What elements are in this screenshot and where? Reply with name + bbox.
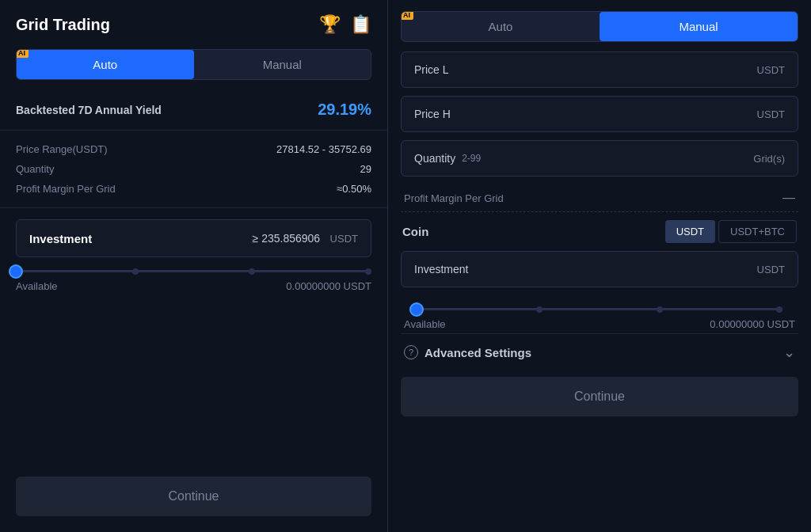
investment-value: ≥ 235.856906 [253, 232, 321, 245]
stat-row-profit: Profit Margin Per Grid ≈0.50% [16, 183, 371, 195]
right-panel: AI Auto Manual Price L USDT Price H USDT… [388, 0, 811, 532]
right-slider-dot-3 [657, 306, 663, 313]
stat-value-quantity: 29 [360, 163, 371, 175]
quantity-label: Quantity [414, 152, 455, 165]
advanced-help-icon[interactable]: ? [404, 345, 418, 359]
right-available-value: 0.00000000 USDT [710, 318, 795, 330]
slider-dot-3 [249, 268, 255, 275]
stat-row-quantity: Quantity 29 [16, 163, 371, 175]
price-h-unit: USDT [757, 108, 785, 120]
left-continue-button[interactable]: Continue [16, 477, 371, 516]
quantity-unit: Grid(s) [753, 153, 785, 165]
right-slider-dot-4 [776, 306, 782, 313]
left-panel: Grid Trading 🏆 📋 AI Auto Manual Backtest… [0, 0, 388, 532]
coin-row: Coin USDT USDT+BTC [401, 220, 798, 243]
right-available-row: Available 0.00000000 USDT [401, 314, 798, 330]
right-slider-dot-2 [536, 306, 543, 313]
stat-value-price: 27814.52 - 35752.69 [276, 143, 371, 155]
ai-badge-right: AI [401, 11, 413, 20]
stat-label-price: Price Range(USDT) [16, 143, 108, 155]
slider-track [16, 270, 371, 272]
chevron-down-icon: ⌄ [783, 344, 795, 361]
stat-row-price: Price Range(USDT) 27814.52 - 35752.69 [16, 143, 371, 155]
right-tab-switcher: AI Auto Manual [401, 11, 798, 42]
left-available-row: Available 0.00000000 USDT [0, 276, 387, 292]
stat-label-quantity: Quantity [16, 163, 54, 175]
trophy-icon[interactable]: 🏆 [319, 14, 341, 35]
yield-label: Backtested 7D Annual Yield [16, 104, 162, 116]
investment-currency: USDT [330, 233, 358, 245]
panel-title: Grid Trading [16, 16, 110, 34]
coin-options: USDT USDT+BTC [665, 220, 797, 243]
price-l-unit: USDT [757, 64, 785, 76]
right-investment-label: Investment [414, 263, 468, 276]
stats-section: Price Range(USDT) 27814.52 - 35752.69 Qu… [0, 131, 387, 208]
slider-dot-4 [365, 268, 371, 275]
price-l-field[interactable]: Price L USDT [401, 51, 798, 88]
left-slider[interactable] [16, 270, 371, 272]
quantity-field[interactable]: Quantity 2-99 Grid(s) [401, 140, 798, 177]
coin-label: Coin [402, 225, 428, 238]
price-h-label: Price H [414, 108, 451, 120]
right-investment-field[interactable]: Investment USDT [401, 251, 798, 287]
left-tab-manual[interactable]: Manual [194, 50, 371, 79]
header-icons: 🏆 📋 [319, 14, 371, 35]
profit-margin-row: Profit Margin Per Grid — [401, 184, 798, 212]
slider-dots [16, 268, 371, 275]
slider-dot-2 [132, 268, 139, 275]
yield-row: Backtested 7D Annual Yield 29.19% [0, 93, 387, 131]
left-header: Grid Trading 🏆 📋 [0, 0, 387, 49]
quantity-range: 2-99 [462, 153, 481, 164]
profit-margin-dash: — [782, 191, 795, 205]
price-l-label: Price L [414, 63, 449, 76]
left-tab-auto[interactable]: Auto [17, 50, 194, 79]
right-tab-manual[interactable]: Manual [600, 12, 798, 41]
right-tab-auto[interactable]: Auto [402, 12, 600, 41]
profit-margin-label: Profit Margin Per Grid [404, 192, 504, 204]
right-slider-thumb[interactable] [409, 302, 424, 317]
advanced-left: ? Advanced Settings [404, 345, 531, 359]
price-h-field[interactable]: Price H USDT [401, 96, 798, 132]
stat-value-profit: ≈0.50% [337, 183, 371, 195]
left-available-value: 0.00000000 USDT [286, 280, 371, 292]
left-tab-switcher: AI Auto Manual [16, 49, 371, 80]
right-slider-track [417, 308, 782, 310]
ai-badge-left: AI [16, 49, 29, 58]
investment-label: Investment [29, 232, 92, 245]
bookmark-icon[interactable]: 📋 [350, 14, 371, 35]
left-available-label: Available [16, 280, 58, 292]
investment-row: Investment ≥ 235.856906 USDT [29, 231, 358, 245]
coin-usdt-button[interactable]: USDT [665, 220, 715, 243]
advanced-settings-row[interactable]: ? Advanced Settings ⌄ [401, 333, 798, 370]
right-slider-dots [417, 306, 782, 313]
slider-thumb[interactable] [9, 264, 23, 279]
yield-value: 29.19% [318, 101, 371, 119]
right-slider[interactable] [417, 308, 782, 310]
left-investment-section: Investment ≥ 235.856906 USDT [16, 219, 371, 257]
right-continue-button[interactable]: Continue [401, 377, 798, 416]
right-investment-currency: USDT [757, 264, 785, 276]
coin-usdt-btc-button[interactable]: USDT+BTC [718, 220, 797, 243]
advanced-label: Advanced Settings [425, 346, 531, 359]
stat-label-profit: Profit Margin Per Grid [16, 183, 116, 195]
right-available-label: Available [404, 318, 446, 330]
